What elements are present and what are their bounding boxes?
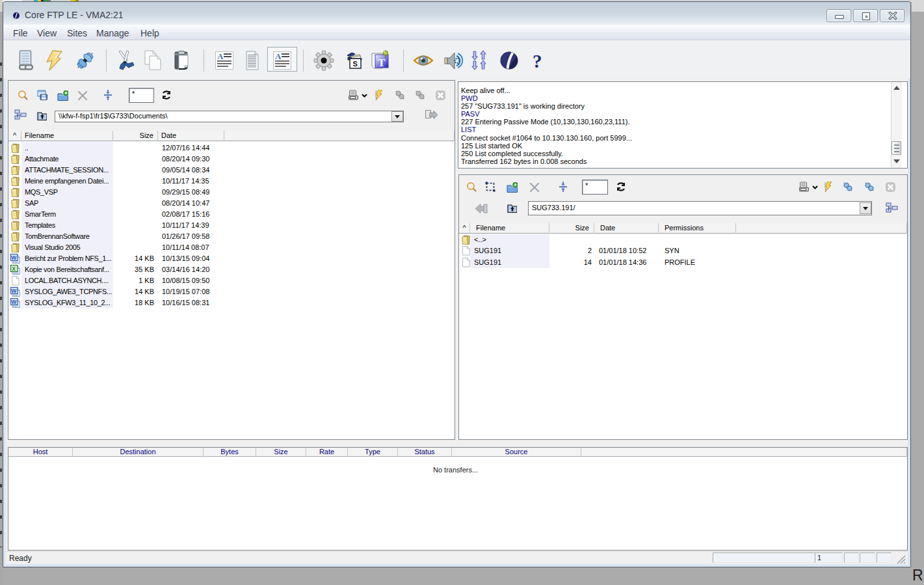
svg-text:W: W bbox=[11, 288, 17, 294]
svg-text:?: ? bbox=[533, 51, 542, 71]
svg-text:W: W bbox=[11, 299, 17, 305]
svg-text:T: T bbox=[378, 57, 386, 69]
svg-text:A: A bbox=[217, 51, 224, 61]
svg-text:S: S bbox=[353, 60, 358, 68]
svg-text:W: W bbox=[11, 254, 17, 261]
svg-text:X: X bbox=[12, 265, 16, 272]
svg-text:A: A bbox=[275, 51, 282, 61]
